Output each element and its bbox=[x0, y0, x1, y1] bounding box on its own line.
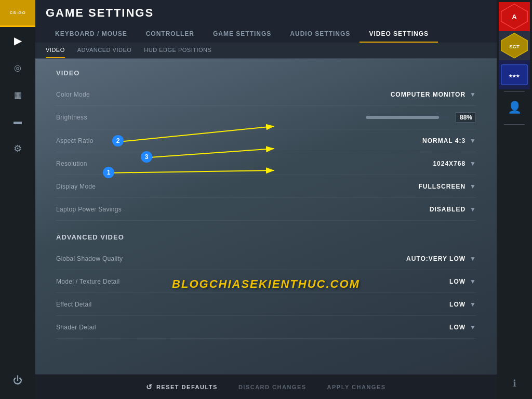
color-mode-row: Color Mode COMPUTER MONITOR ▼ bbox=[56, 83, 476, 106]
brightness-label: Brightness bbox=[56, 114, 320, 121]
display-mode-row: Display Mode FULLSCREEN ▼ bbox=[56, 175, 476, 198]
tab-keyboard-mouse[interactable]: Keyboard / Mouse bbox=[46, 26, 137, 43]
shadow-quality-arrow: ▼ bbox=[470, 255, 476, 262]
nav-tabs: Keyboard / Mouse Controller Game Setting… bbox=[46, 26, 486, 43]
svg-text:SGT: SGT bbox=[509, 44, 520, 49]
display-mode-value: FULLSCREEN bbox=[418, 183, 466, 190]
shadow-quality-label: Global Shadow Quality bbox=[56, 255, 372, 262]
shader-detail-value: LOW bbox=[449, 324, 466, 331]
shader-detail-label: Shader Detail bbox=[56, 324, 372, 331]
effect-detail-row: Effect Detail LOW ▼ bbox=[56, 293, 476, 316]
brightness-control: 88% bbox=[320, 112, 476, 123]
shadow-quality-value: AUTO:VERY LOW bbox=[406, 255, 466, 262]
resolution-label: Resolution bbox=[56, 160, 372, 167]
display-mode-arrow: ▼ bbox=[470, 183, 476, 190]
sub-tab-hud[interactable]: HUD Edge Positions bbox=[144, 43, 211, 58]
laptop-power-value: DISABLED bbox=[430, 206, 466, 213]
sub-tab-advanced-video[interactable]: Advanced Video bbox=[77, 43, 132, 58]
effect-detail-value: LOW bbox=[449, 301, 466, 308]
advanced-section-title: Advanced Video bbox=[56, 233, 476, 241]
laptop-power-label: Laptop Power Savings bbox=[56, 206, 372, 213]
svg-text:A: A bbox=[512, 13, 517, 21]
tab-video-settings[interactable]: Video Settings bbox=[360, 26, 438, 43]
tab-controller[interactable]: Controller bbox=[137, 26, 204, 43]
resolution-arrow: ▼ bbox=[470, 160, 476, 167]
astralis-logo: A bbox=[499, 2, 530, 32]
brightness-fill bbox=[366, 116, 439, 119]
shadow-quality-row: Global Shadow Quality AUTO:VERY LOW ▼ bbox=[56, 247, 476, 270]
aspect-ratio-arrow: ▼ bbox=[470, 137, 476, 144]
right-profile-icon[interactable]: 👤 bbox=[499, 94, 529, 121]
effect-detail-arrow: ▼ bbox=[470, 301, 476, 308]
shader-detail-row: Shader Detail LOW ▼ bbox=[56, 316, 476, 339]
display-mode-dropdown[interactable]: FULLSCREEN ▼ bbox=[372, 183, 476, 190]
svg-text:★★★: ★★★ bbox=[509, 73, 521, 78]
shader-detail-arrow: ▼ bbox=[470, 324, 476, 331]
left-sidebar: CS:GO ▶ ◎ ▦ ▬ ⚙ ⏻ bbox=[0, 0, 35, 399]
sidebar-radio-icon[interactable]: ◎ bbox=[0, 54, 35, 81]
profile-avatar-gold[interactable]: SGT bbox=[499, 31, 530, 60]
aspect-ratio-row: Aspect Ratio NORMAL 4:3 ▼ bbox=[56, 129, 476, 152]
sidebar-power-icon[interactable]: ⏻ bbox=[0, 367, 35, 394]
laptop-power-dropdown[interactable]: DISABLED ▼ bbox=[372, 206, 476, 213]
reset-label: RESET DEFAULTS bbox=[156, 384, 218, 390]
color-mode-label: Color Mode bbox=[56, 91, 372, 98]
reset-icon: ↺ bbox=[146, 383, 153, 391]
sidebar-play-icon[interactable]: ▶ bbox=[0, 27, 35, 54]
sidebar-tv-icon[interactable]: ▬ bbox=[0, 108, 35, 135]
right-divider-2 bbox=[504, 124, 525, 125]
shadow-quality-dropdown[interactable]: AUTO:VERY LOW ▼ bbox=[372, 255, 476, 262]
texture-detail-row: Model / Texture Detail LOW ▼ bbox=[56, 270, 476, 293]
reset-defaults-button[interactable]: ↺ RESET DEFAULTS bbox=[146, 383, 217, 391]
right-info-icon[interactable]: ℹ bbox=[499, 370, 529, 397]
aspect-ratio-value: NORMAL 4:3 bbox=[422, 137, 466, 144]
profile-avatar-red[interactable]: A bbox=[499, 2, 530, 31]
resolution-value: 1024X768 bbox=[433, 160, 466, 167]
rank-icon-gold: SGT bbox=[499, 31, 530, 61]
sub-tab-video[interactable]: Video bbox=[46, 43, 65, 58]
csgo-text: CS:GO bbox=[9, 10, 25, 15]
resolution-dropdown[interactable]: 1024X768 ▼ bbox=[372, 160, 476, 167]
right-panel: A SGT ★★★ 👤 ℹ bbox=[497, 0, 532, 399]
discard-label: DISCARD CHANGES bbox=[238, 384, 307, 390]
apply-changes-button[interactable]: APPLY CHANGES bbox=[327, 384, 386, 390]
resolution-row: Resolution 1024X768 ▼ bbox=[56, 152, 476, 175]
bottom-bar: ↺ RESET DEFAULTS DISCARD CHANGES APPLY C… bbox=[35, 374, 497, 399]
texture-detail-arrow: ▼ bbox=[470, 278, 476, 285]
texture-detail-label: Model / Texture Detail bbox=[56, 278, 372, 285]
effect-detail-label: Effect Detail bbox=[56, 301, 372, 308]
color-mode-dropdown[interactable]: COMPUTER MONITOR ▼ bbox=[372, 91, 476, 98]
aspect-ratio-label: Aspect Ratio bbox=[56, 137, 372, 144]
texture-detail-value: LOW bbox=[449, 278, 466, 285]
tab-audio-settings[interactable]: Audio Settings bbox=[281, 26, 360, 43]
shader-detail-dropdown[interactable]: LOW ▼ bbox=[372, 324, 476, 331]
color-mode-arrow: ▼ bbox=[470, 91, 476, 98]
aspect-ratio-dropdown[interactable]: NORMAL 4:3 ▼ bbox=[372, 137, 476, 144]
tab-game-settings[interactable]: Game Settings bbox=[204, 26, 281, 43]
content-area: Video Color Mode COMPUTER MONITOR ▼ Brig… bbox=[35, 59, 497, 374]
brightness-slider[interactable] bbox=[366, 116, 449, 119]
sidebar-settings-icon[interactable]: ⚙ bbox=[0, 135, 35, 162]
csgo-logo[interactable]: CS:GO bbox=[0, 0, 35, 27]
effect-detail-dropdown[interactable]: LOW ▼ bbox=[372, 301, 476, 308]
brightness-value: 88% bbox=[455, 112, 476, 123]
brightness-row: Brightness 88% bbox=[56, 106, 476, 129]
display-mode-label: Display Mode bbox=[56, 183, 372, 190]
laptop-power-arrow: ▼ bbox=[470, 206, 476, 213]
main-content: GAME SETTINGS Keyboard / Mouse Controlle… bbox=[35, 0, 497, 399]
discard-changes-button[interactable]: DISCARD CHANGES bbox=[238, 384, 307, 390]
header: GAME SETTINGS Keyboard / Mouse Controlle… bbox=[35, 0, 497, 43]
color-mode-value: COMPUTER MONITOR bbox=[391, 91, 466, 98]
profile-avatar-blue[interactable]: ★★★ bbox=[499, 60, 530, 89]
page-title: GAME SETTINGS bbox=[46, 6, 486, 20]
laptop-power-row: Laptop Power Savings DISABLED ▼ bbox=[56, 198, 476, 221]
sub-tabs-bar: Video Advanced Video HUD Edge Positions bbox=[35, 43, 497, 59]
apply-label: APPLY CHANGES bbox=[327, 384, 386, 390]
rank-icon-blue: ★★★ bbox=[499, 60, 530, 90]
video-section-title: Video bbox=[56, 69, 476, 77]
right-divider bbox=[504, 91, 525, 92]
texture-detail-dropdown[interactable]: LOW ▼ bbox=[372, 278, 476, 285]
sidebar-inventory-icon[interactable]: ▦ bbox=[0, 81, 35, 108]
